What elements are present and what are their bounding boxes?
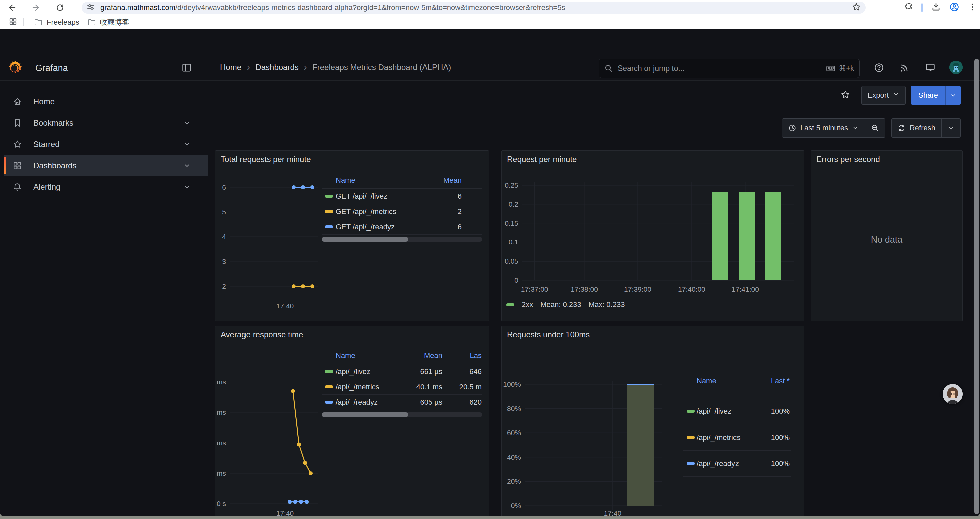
help-icon[interactable] — [874, 63, 884, 73]
panel-average-response-time[interactable]: Average response time 0 s20 ms40 ms60 ms… — [215, 326, 489, 516]
sidebar-item-alerting[interactable]: Alerting — [4, 176, 208, 198]
share-button[interactable]: Share — [911, 86, 945, 105]
panel-title[interactable]: Errors per second — [816, 155, 880, 164]
legend-row[interactable]: /api/_/livez 100% — [684, 398, 791, 425]
panel-total-requests[interactable]: Total requests per minute 2345617:40 Nam… — [215, 150, 489, 321]
reload-button-icon[interactable] — [53, 0, 67, 15]
zoom-out-button[interactable] — [865, 118, 885, 137]
downloads-icon[interactable] — [931, 2, 941, 13]
refresh-button[interactable]: Refresh — [892, 118, 941, 137]
svg-text:3: 3 — [222, 257, 226, 265]
legend-row[interactable]: /api/_/readyz 100% — [684, 450, 791, 477]
legend-row[interactable]: GET /api/_/livez 6 — [321, 189, 482, 204]
legend-row[interactable]: GET /api/_/metrics 2 — [321, 204, 482, 219]
svg-text:60 ms: 60 ms — [215, 409, 226, 416]
legend-header-last[interactable]: Las — [470, 351, 482, 360]
apps-grid-icon[interactable] — [9, 18, 18, 27]
svg-text:4: 4 — [222, 233, 226, 241]
panel-title[interactable]: Request per minute — [507, 155, 577, 164]
grafana-brand[interactable]: Grafana — [35, 63, 68, 73]
series-swatch-green — [325, 370, 333, 373]
folder-icon — [34, 18, 43, 27]
legend-header-name[interactable]: Name — [336, 351, 355, 360]
chevron-down-icon[interactable] — [183, 184, 191, 191]
legend-row[interactable]: /api/_/readyz 605 µs 620 — [321, 395, 482, 410]
url-text[interactable]: grafana.mathmast.com/d/deytv4rwavabkb/fr… — [100, 3, 851, 12]
legend-row[interactable]: GET /api/_/readyz 6 — [321, 219, 482, 235]
news-rss-icon[interactable] — [899, 63, 909, 73]
page-scrollbar[interactable] — [974, 59, 979, 514]
panel-request-per-minute[interactable]: Request per minute 00.050.10.150.20.2517… — [501, 150, 804, 321]
grafana-logo[interactable] — [7, 61, 23, 76]
forward-button-icon[interactable] — [29, 0, 43, 15]
grafana-app: Grafana Home › Dashboards › Freeleaps Me… — [0, 29, 980, 516]
refresh-interval-caret[interactable] — [942, 118, 960, 137]
panel-title[interactable]: Requests under 100ms — [507, 330, 590, 339]
scrollbar-thumb[interactable] — [321, 412, 408, 417]
sidebar-item-dashboards[interactable]: Dashboards — [4, 155, 208, 176]
legend-row[interactable]: /api/_/livez 661 µs 646 — [321, 364, 482, 379]
series-name: /api/_/metrics — [336, 383, 379, 391]
share-menu-caret[interactable] — [945, 86, 961, 105]
legend-scrollbar[interactable] — [321, 412, 482, 417]
panel-errors-per-second[interactable]: Errors per second No data — [811, 150, 963, 321]
series-mean: 6 — [458, 223, 461, 232]
request-per-minute-chart[interactable]: 00.050.10.150.20.2517:37:0017:38:0017:39… — [502, 151, 804, 321]
bookmark-folder-freeleaps[interactable]: Freeleaps — [30, 17, 83, 28]
mega-menu-toggle-icon[interactable] — [182, 63, 192, 73]
series-name: GET /api/_/readyz — [336, 223, 395, 232]
panel-title[interactable]: Total requests per minute — [221, 155, 310, 164]
time-range-group: Last 5 minutes — [782, 118, 885, 137]
breadcrumb-home[interactable]: Home — [220, 63, 242, 72]
sidebar-item-label: Bookmarks — [33, 118, 73, 128]
legend-header-name[interactable]: Name — [697, 377, 716, 385]
time-range-picker[interactable]: Last 5 minutes — [782, 118, 865, 137]
bookmark-star-icon[interactable] — [851, 2, 861, 13]
series-last: 100% — [771, 433, 789, 442]
legend-row[interactable]: /api/_/metrics 40.1 ms 20.5 m — [321, 379, 482, 395]
extensions-icon[interactable] — [903, 2, 913, 13]
sidebar-item-bookmarks[interactable]: Bookmarks — [4, 112, 208, 134]
chevron-down-icon[interactable] — [183, 162, 191, 169]
legend-header: Name Mean — [321, 176, 482, 189]
bookmark-folder-blogs[interactable]: 收藏博客 — [83, 16, 134, 29]
sidebar-item-home[interactable]: Home — [4, 91, 208, 112]
legend-row[interactable]: /api/_/metrics 100% — [684, 425, 791, 450]
user-avatar[interactable] — [949, 61, 963, 74]
series-name: /api/_/readyz — [336, 398, 378, 407]
back-button-icon[interactable] — [5, 0, 19, 15]
panel-title[interactable]: Average response time — [221, 330, 303, 339]
series-last: 20.5 m — [459, 383, 482, 391]
browser-toolbar: grafana.mathmast.com/d/deytv4rwavabkb/fr… — [0, 0, 980, 15]
legend-header-mean[interactable]: Mean — [424, 351, 442, 360]
panel-legend[interactable]: 2xx Mean: 0.233 Max: 0.233 — [506, 300, 625, 309]
legend-header-mean[interactable]: Mean — [443, 176, 461, 185]
favorite-star-icon[interactable] — [840, 89, 850, 101]
series-mean: Mean: 0.233 — [540, 300, 581, 309]
series-name[interactable]: 2xx — [522, 300, 533, 309]
search-placeholder: Search or jump to... — [618, 64, 826, 73]
address-bar[interactable]: grafana.mathmast.com/d/deytv4rwavabkb/fr… — [82, 2, 865, 14]
chevron-down-icon[interactable] — [183, 141, 191, 148]
export-button[interactable]: Export — [861, 86, 906, 105]
sidebar-item-starred[interactable]: Starred — [4, 134, 208, 155]
time-controls: Last 5 minutes Refresh — [782, 118, 961, 137]
monitor-icon[interactable] — [925, 63, 935, 73]
breadcrumb-separator-icon: › — [247, 64, 250, 72]
scrollbar-thumb[interactable] — [321, 237, 408, 242]
chevron-down-icon[interactable] — [183, 119, 191, 126]
legend-header-name[interactable]: Name — [336, 176, 355, 185]
site-controls-icon[interactable] — [86, 3, 95, 13]
profile-icon[interactable] — [949, 2, 959, 13]
panel-requests-under-100ms[interactable]: Requests under 100ms 0%20%40%60%80%100%1… — [501, 326, 804, 516]
bell-icon — [13, 182, 22, 192]
search-input[interactable]: Search or jump to... ⌘+k — [599, 59, 859, 78]
svg-text:40%: 40% — [507, 453, 521, 461]
breadcrumb-dashboards[interactable]: Dashboards — [255, 63, 298, 72]
svg-text:20 ms: 20 ms — [215, 469, 226, 477]
floating-assistant-avatar[interactable] — [943, 384, 963, 404]
legend-header-last[interactable]: Last * — [771, 377, 789, 385]
bookmark-folder-label: 收藏博客 — [100, 18, 129, 27]
browser-menu-icon[interactable] — [968, 3, 977, 13]
legend-scrollbar[interactable] — [321, 237, 482, 242]
